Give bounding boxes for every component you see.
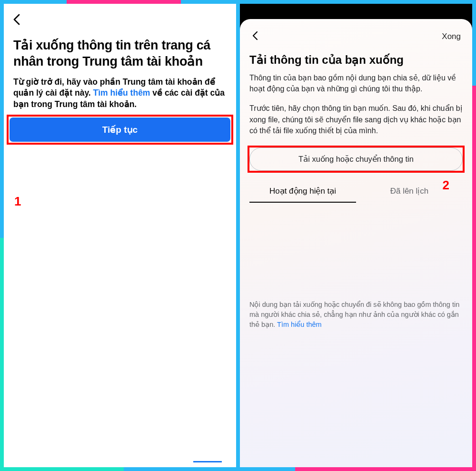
border-segment — [472, 0, 476, 86]
screen-left: Tải xuống thông tin trên trang cá nhân t… — [4, 4, 236, 467]
paragraph-1: Thông tin của bạn bao gồm nội dung bạn c… — [249, 72, 463, 103]
page-title-right: Tải thông tin của bạn xuống — [249, 50, 463, 72]
download-transfer-button[interactable]: Tải xuống hoặc chuyển thông tin — [249, 147, 463, 171]
page-desc-left: Từ giờ trở đi, hãy vào phần Trung tâm tà… — [4, 77, 236, 118]
action-wrap: Tải xuống hoặc chuyển thông tin — [249, 147, 463, 171]
border-segment — [0, 467, 124, 471]
outer-frame: Tải xuống thông tin trên trang cá nhân t… — [0, 0, 476, 471]
tab-current-activity[interactable]: Hoạt động hiện tại — [249, 181, 356, 203]
border-segment — [236, 4, 240, 467]
continue-button[interactable]: Tiếp tục — [10, 118, 230, 142]
back-icon[interactable] — [251, 30, 259, 43]
decoration-dash — [193, 461, 222, 462]
continue-wrap: Tiếp tục — [10, 118, 230, 142]
footer-note: Nội dung bạn tải xuống hoặc chuyển đi sẽ… — [249, 300, 463, 330]
page-title-left: Tải xuống thông tin trên trang cá nhân t… — [4, 31, 236, 77]
screen-right: Xong Tải thông tin của bạn xuống Thông t… — [240, 4, 472, 467]
tabs: Hoạt động hiện tại Đã lên lịch — [249, 181, 463, 203]
border-segment — [67, 0, 181, 4]
border-segment — [124, 467, 295, 471]
annotation-marker-2: 2 — [443, 178, 449, 193]
annotation-marker-1: 1 — [14, 194, 21, 209]
paragraph-2: Trước tiên, hãy chọn thông tin bạn muốn.… — [249, 103, 463, 145]
border-segment — [472, 86, 476, 471]
header-left — [4, 4, 236, 31]
back-icon[interactable] — [12, 13, 21, 28]
done-button[interactable]: Xong — [442, 32, 461, 41]
learn-more-link[interactable]: Tìm hiểu thêm — [93, 88, 150, 98]
border-segment — [0, 238, 4, 471]
header-right: Xong — [249, 19, 463, 50]
learn-more-link-footer[interactable]: Tìm hiểu thêm — [277, 321, 322, 328]
border-segment — [181, 0, 476, 4]
screen-right-inner: Xong Tải thông tin của bạn xuống Thông t… — [240, 19, 472, 467]
border-segment — [0, 0, 67, 4]
border-segment — [295, 467, 476, 471]
border-segment — [0, 0, 4, 238]
